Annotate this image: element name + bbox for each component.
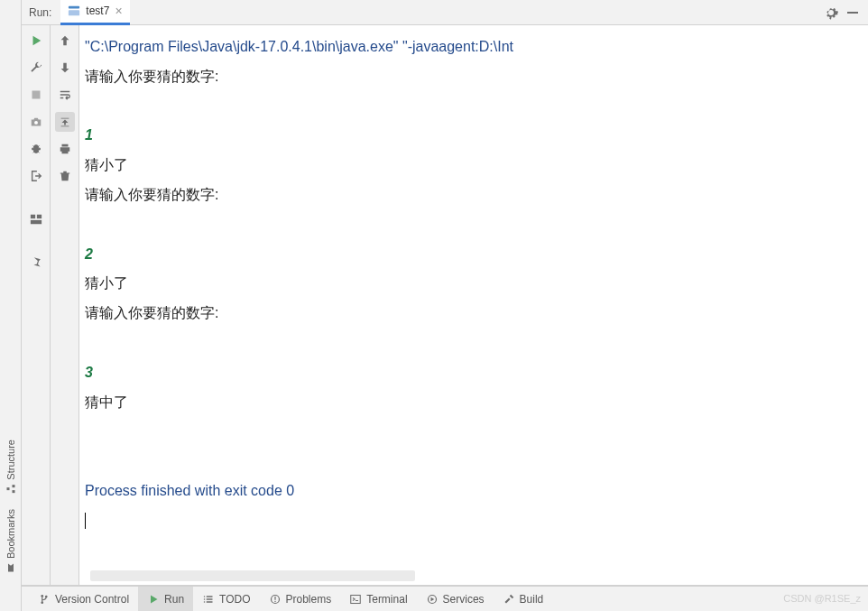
rerun-icon[interactable] (26, 31, 46, 51)
tab-services[interactable]: Services (417, 587, 494, 611)
tab-terminal[interactable]: Terminal (340, 587, 416, 611)
svg-rect-4 (69, 10, 79, 15)
svg-rect-10 (30, 220, 41, 224)
tab-problems[interactable]: Problems (260, 587, 341, 611)
rail-structure-label: Structure (5, 440, 16, 480)
svg-point-16 (204, 601, 206, 603)
console-result-1: 猜小了 (85, 157, 128, 172)
tab-run[interactable]: Run (138, 587, 193, 611)
svg-rect-1 (12, 485, 14, 487)
svg-point-12 (41, 601, 43, 604)
run-actions-column (22, 25, 51, 585)
pin-icon[interactable] (26, 253, 46, 273)
console-prompt-3: 请输入你要猜的数字: (85, 305, 218, 320)
tab-todo[interactable]: TODO (193, 587, 259, 611)
minimize-icon[interactable] (845, 5, 861, 21)
console-input-2: 2 (85, 246, 93, 262)
structure-icon (5, 484, 16, 495)
svg-rect-18 (274, 597, 275, 600)
console-exit-line: Process finished with exit code 0 (85, 483, 294, 498)
left-tool-rail: Structure Bookmarks (0, 0, 22, 611)
svg-point-15 (204, 598, 206, 600)
svg-rect-19 (274, 600, 275, 601)
svg-point-13 (45, 595, 48, 597)
terminal-icon (349, 593, 362, 606)
close-icon[interactable]: × (115, 5, 122, 17)
print-icon[interactable] (55, 139, 75, 159)
svg-rect-5 (847, 12, 858, 14)
list-icon (202, 593, 215, 606)
rail-bookmarks[interactable]: Bookmarks (5, 502, 16, 580)
bookmark-icon (5, 562, 16, 573)
rail-structure[interactable]: Structure (5, 432, 16, 502)
stop-icon[interactable] (26, 85, 46, 105)
svg-point-7 (34, 121, 38, 125)
hammer-icon (503, 593, 515, 606)
console-input-1: 1 (85, 127, 93, 143)
bug-icon[interactable] (26, 139, 46, 159)
run-config-tab[interactable]: test7 × (60, 0, 129, 25)
layout-icon[interactable] (26, 209, 46, 229)
app-icon (68, 5, 80, 17)
console-actions-column (51, 25, 79, 585)
console-output[interactable]: "C:\Program Files\Java\jdk-17.0.4.1\bin\… (79, 25, 868, 585)
svg-rect-2 (6, 487, 9, 490)
text-caret (85, 513, 86, 529)
console-input-3: 3 (85, 365, 93, 380)
tab-version-control[interactable]: Version Control (29, 587, 138, 611)
exit-icon[interactable] (26, 166, 46, 186)
run-panel-header: Run: test7 × (22, 0, 868, 25)
soft-wrap-icon[interactable] (55, 85, 75, 105)
watermark-text: CSDN @R1SE_z (783, 593, 861, 604)
arrow-down-icon[interactable] (55, 58, 75, 78)
svg-point-11 (41, 594, 43, 597)
console-prompt-1: 请输入你要猜的数字: (85, 69, 218, 84)
warning-icon (269, 593, 282, 606)
console-prompt-2: 请输入你要猜的数字: (85, 187, 218, 202)
arrow-up-icon[interactable] (55, 31, 75, 51)
console-cmd-line: "C:\Program Files\Java\jdk-17.0.4.1\bin\… (85, 39, 513, 54)
trash-icon[interactable] (55, 166, 75, 186)
svg-rect-6 (32, 91, 40, 99)
play-icon (147, 593, 160, 606)
svg-rect-0 (12, 490, 14, 493)
wrench-icon[interactable] (26, 58, 46, 78)
svg-point-14 (204, 596, 206, 597)
svg-rect-3 (69, 6, 79, 9)
svg-rect-8 (30, 215, 34, 218)
gear-icon[interactable] (823, 5, 839, 21)
tab-label: test7 (86, 5, 109, 17)
tab-build[interactable]: Build (494, 587, 553, 611)
bottom-tool-bar: Version Control Run TODO Problems Termin… (22, 586, 868, 611)
scroll-to-end-icon[interactable] (55, 112, 75, 132)
console-result-3: 猜中了 (85, 394, 128, 410)
rail-bookmarks-label: Bookmarks (5, 509, 16, 559)
services-icon (426, 593, 439, 606)
camera-icon[interactable] (26, 112, 46, 132)
horizontal-scrollbar[interactable] (90, 570, 415, 581)
branch-icon (38, 593, 51, 606)
svg-rect-9 (36, 215, 41, 218)
panel-title: Run: (29, 6, 51, 19)
console-result-2: 猜小了 (85, 275, 128, 291)
